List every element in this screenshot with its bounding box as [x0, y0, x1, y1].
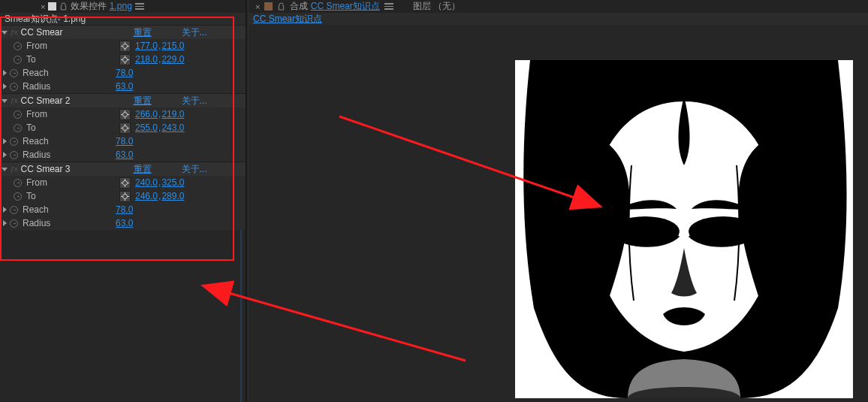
value-y[interactable]: 219.0 — [161, 109, 184, 119]
crosshair-picker-icon[interactable] — [119, 109, 131, 120]
value-x[interactable]: 177.0 — [135, 41, 158, 51]
effect-name[interactable]: CC Smear 3 — [21, 164, 134, 174]
prop-label: From — [26, 177, 119, 188]
about-link[interactable]: 关于... — [182, 26, 207, 39]
value-x[interactable]: 266.0 — [135, 109, 158, 119]
value-scalar[interactable]: 78.0 — [116, 204, 133, 215]
effect-header[interactable]: ƒx CC Smear 重置 关于... — [0, 26, 246, 39]
reset-link[interactable]: 重置 — [134, 163, 152, 176]
value-y[interactable]: 229.0 — [161, 54, 184, 65]
prop-radius: Radius 63.0 — [0, 80, 246, 93]
value-x[interactable]: 218.0 — [135, 54, 158, 65]
stopwatch-icon[interactable] — [14, 56, 22, 64]
effects-panel-tab-prefix: 效果控件 — [71, 1, 109, 11]
composition-panel-tab-link[interactable]: CC Smear知识点 — [311, 1, 380, 11]
effect-name[interactable]: CC Smear 2 — [21, 95, 134, 106]
value-scalar[interactable]: 63.0 — [116, 218, 133, 228]
twirl-right-icon[interactable] — [3, 207, 7, 213]
breadcrumb-comp: Smear知识点 — [5, 13, 58, 26]
about-link[interactable]: 关于... — [182, 163, 207, 176]
effects-panel-tab-layer-link[interactable]: 1.png — [110, 1, 132, 11]
effect-controls-breadcrumb[interactable]: Smear知识点 • 1.png — [0, 13, 246, 25]
layer-panel-tab[interactable]: 图层 （无） — [413, 0, 460, 13]
svg-point-20 — [123, 180, 128, 185]
value-x[interactable]: 255.0 — [135, 122, 158, 133]
twirl-right-icon[interactable] — [3, 83, 7, 89]
stopwatch-icon[interactable] — [14, 42, 22, 50]
stopwatch-icon[interactable] — [10, 151, 18, 159]
effect-cc-smear-2: ƒx CC Smear 2 重置 关于... From 266.0,219.0 … — [0, 93, 246, 162]
value-scalar[interactable]: 63.0 — [116, 81, 133, 92]
stopwatch-icon[interactable] — [10, 69, 18, 77]
stopwatch-icon[interactable] — [10, 83, 18, 91]
value-y[interactable]: 215.0 — [161, 41, 184, 51]
value-y[interactable]: 325.0 — [161, 177, 184, 188]
lock-icon[interactable] — [59, 2, 68, 11]
comp-name-link[interactable]: CC Smear知识点 — [253, 13, 322, 26]
fx-badge-icon[interactable]: ƒx — [11, 165, 18, 173]
breadcrumb-layer: 1.png — [63, 14, 86, 24]
breadcrumb-separator: • — [58, 16, 60, 23]
twirl-down-icon[interactable] — [2, 168, 8, 171]
value-x[interactable]: 246.0 — [135, 191, 158, 201]
value-scalar[interactable]: 63.0 — [116, 150, 133, 160]
effect-header[interactable]: ƒx CC Smear 2 重置 关于... — [0, 94, 246, 107]
crosshair-picker-icon[interactable] — [119, 122, 131, 134]
prop-radius: Radius 63.0 — [0, 216, 246, 230]
twirl-down-icon[interactable] — [2, 31, 8, 35]
crosshair-picker-icon[interactable] — [119, 54, 131, 65]
stopwatch-icon[interactable] — [14, 124, 22, 132]
about-link[interactable]: 关于... — [182, 95, 207, 107]
prop-label: To — [26, 122, 119, 133]
twirl-right-icon[interactable] — [3, 138, 7, 144]
prop-label: To — [26, 191, 119, 201]
fx-badge-icon[interactable]: ƒx — [11, 97, 18, 104]
panel-menu-icon[interactable] — [135, 3, 144, 10]
twirl-right-icon[interactable] — [3, 70, 7, 76]
lock-icon[interactable] — [277, 2, 285, 11]
crosshair-picker-icon[interactable] — [119, 41, 131, 52]
prop-from: From 177.0,215.0 — [0, 39, 246, 53]
value-y[interactable]: 289.0 — [161, 191, 184, 201]
svg-point-5 — [123, 57, 128, 62]
value-y[interactable]: 243.0 — [161, 122, 184, 133]
twirl-right-icon[interactable] — [3, 220, 7, 226]
stopwatch-icon[interactable] — [14, 179, 22, 187]
effects-list: ƒx CC Smear 重置 关于... From 177.0,215.0 To — [0, 25, 246, 230]
prop-reach: Reach 78.0 — [0, 135, 246, 148]
composition-panel-tab-prefix: 合成 — [290, 1, 310, 11]
reset-link[interactable]: 重置 — [134, 95, 152, 107]
twirl-down-icon[interactable] — [2, 99, 8, 103]
value-x[interactable]: 240.0 — [135, 177, 158, 188]
stopwatch-icon[interactable] — [14, 110, 22, 119]
effect-cc-smear: ƒx CC Smear 重置 关于... From 177.0,215.0 To — [0, 25, 246, 93]
tab-close-icon[interactable]: × — [255, 2, 260, 11]
prop-from: From 266.0,219.0 — [0, 107, 246, 121]
prop-label: To — [26, 54, 119, 65]
panel-menu-icon[interactable] — [384, 3, 393, 10]
stopwatch-icon[interactable] — [14, 192, 22, 201]
fx-badge-icon[interactable]: ƒx — [11, 29, 18, 36]
svg-point-15 — [123, 125, 128, 130]
crosshair-picker-icon[interactable] — [119, 177, 131, 189]
prop-label: From — [26, 41, 119, 51]
composition-panel-tab[interactable]: 合成 CC Smear知识点 — [290, 0, 379, 13]
tab-close-icon[interactable]: × — [41, 2, 45, 11]
svg-point-0 — [123, 44, 128, 48]
stopwatch-icon[interactable] — [10, 138, 18, 146]
value-scalar[interactable]: 78.0 — [116, 136, 133, 147]
prop-to: To 218.0,229.0 — [0, 53, 246, 66]
stopwatch-icon[interactable] — [10, 206, 18, 214]
composition-preview[interactable] — [515, 60, 853, 398]
prop-label: Radius — [23, 150, 116, 160]
tab-color-swatch — [48, 2, 56, 11]
value-scalar[interactable]: 78.0 — [116, 68, 133, 78]
effects-panel-tab[interactable]: 效果控件 1.png — [71, 0, 131, 13]
stopwatch-icon[interactable] — [10, 219, 18, 228]
twirl-right-icon[interactable] — [3, 152, 7, 158]
effect-header[interactable]: ƒx CC Smear 3 重置 关于... — [0, 162, 246, 176]
composition-breadcrumb[interactable]: CC Smear知识点 — [249, 13, 868, 25]
crosshair-picker-icon[interactable] — [119, 191, 131, 202]
effect-name[interactable]: CC Smear — [21, 27, 134, 38]
reset-link[interactable]: 重置 — [134, 26, 152, 39]
